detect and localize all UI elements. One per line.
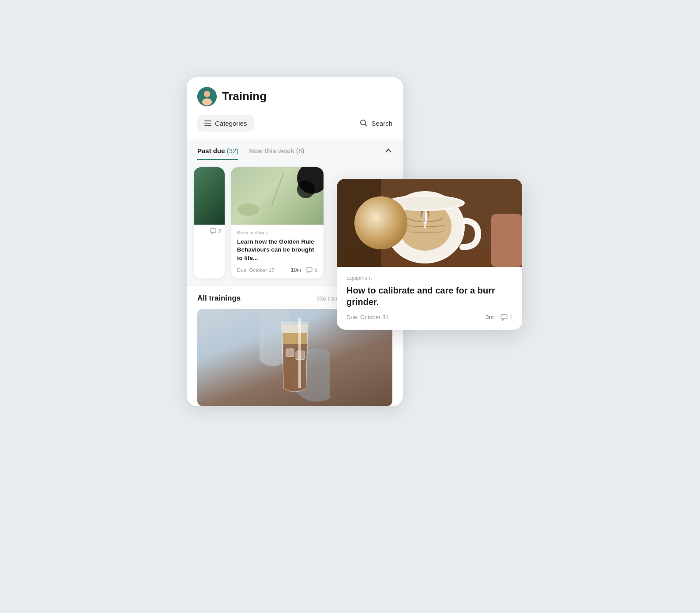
training-card-macarons[interactable]: Brew methods Learn how the Golden Rule B… bbox=[231, 167, 324, 279]
coffee-glass-illustration bbox=[260, 309, 330, 406]
card-image-plants bbox=[194, 167, 225, 225]
comment-icon bbox=[210, 228, 216, 234]
categories-label: Categories bbox=[215, 120, 247, 127]
floating-card-title: How to calibrate and care for a burr gri… bbox=[346, 285, 512, 308]
collapse-button[interactable] bbox=[384, 147, 392, 160]
svg-line-5 bbox=[365, 124, 367, 127]
training-card-truncated[interactable]: 2 bbox=[194, 167, 225, 279]
latte-image-svg bbox=[337, 179, 522, 267]
card-image-macarons bbox=[231, 167, 324, 225]
svg-rect-7 bbox=[307, 267, 312, 271]
avatar bbox=[197, 87, 217, 106]
floating-card-latte: Equipment How to calibrate and care for … bbox=[337, 179, 522, 330]
app-header: Training bbox=[187, 77, 403, 115]
tab-new-this-week[interactable]: New this week (8) bbox=[249, 147, 304, 160]
svg-point-2 bbox=[202, 98, 212, 105]
card-footer: Due: October 17 10m 5 bbox=[237, 267, 317, 273]
card-time: 10m bbox=[291, 267, 301, 273]
svg-point-20 bbox=[388, 197, 463, 209]
svg-rect-21 bbox=[491, 214, 522, 267]
svg-rect-12 bbox=[298, 318, 301, 388]
hamburger-icon bbox=[204, 120, 211, 126]
card-category: Brew methods bbox=[237, 230, 317, 235]
svg-rect-10 bbox=[286, 349, 294, 357]
svg-rect-23 bbox=[501, 314, 507, 319]
floating-card-meta: 3m 1 bbox=[485, 314, 512, 321]
floating-card-footer: Due: October 31 3m 1 bbox=[346, 314, 512, 321]
svg-point-4 bbox=[361, 120, 365, 125]
floating-card-image bbox=[337, 179, 522, 267]
card-title: Learn how the Golden Rule Behaviours can… bbox=[237, 238, 317, 263]
categories-button[interactable]: Categories bbox=[197, 115, 254, 132]
comment-icon bbox=[501, 314, 508, 321]
tab-past-due[interactable]: Past due (32) bbox=[197, 147, 238, 160]
floating-card-time: 3m bbox=[485, 314, 493, 320]
svg-rect-22 bbox=[337, 179, 381, 267]
search-label: Search bbox=[371, 120, 392, 127]
chevron-up-icon bbox=[384, 147, 392, 154]
toolbar: Categories Search bbox=[187, 115, 403, 139]
card-comments: 2 bbox=[210, 228, 221, 234]
search-button[interactable]: Search bbox=[360, 119, 392, 127]
floating-card-comments: 1 bbox=[501, 314, 512, 321]
tabs-area: Past due (32) New this week (8) bbox=[187, 139, 403, 160]
search-icon bbox=[360, 119, 368, 127]
card-due: Due: October 17 bbox=[237, 267, 274, 273]
comment-icon bbox=[306, 267, 312, 273]
floating-card-content: Equipment How to calibrate and care for … bbox=[337, 267, 522, 330]
card-comments: 5 bbox=[306, 267, 317, 273]
floating-card-category: Equipment bbox=[346, 275, 512, 281]
svg-point-3 bbox=[204, 91, 210, 97]
svg-rect-6 bbox=[211, 229, 216, 233]
app-title: Training bbox=[222, 90, 267, 103]
card-content: Brew methods Learn how the Golden Rule B… bbox=[231, 225, 324, 279]
floating-card-due: Due: October 31 bbox=[346, 314, 388, 320]
card-meta: 10m 5 bbox=[291, 267, 317, 273]
all-trainings-title: All trainings bbox=[197, 294, 241, 303]
